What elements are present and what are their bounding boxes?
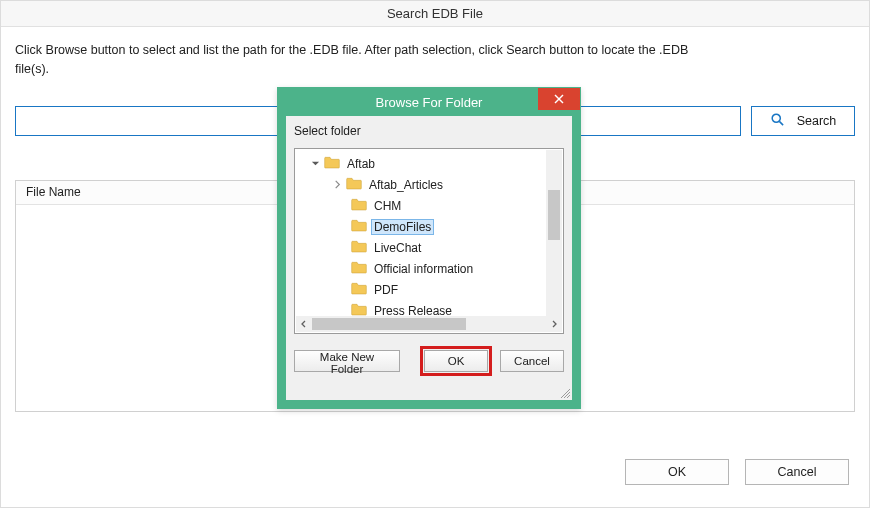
search-icon — [770, 112, 785, 130]
scroll-right-icon[interactable] — [546, 316, 562, 332]
scroll-thumb[interactable] — [548, 190, 560, 240]
ok-button-highlight: OK — [420, 346, 492, 376]
expander-closed-icon[interactable] — [333, 180, 342, 189]
tree-item-label: CHM — [371, 198, 404, 214]
close-button[interactable] — [538, 88, 580, 110]
search-button-label: Search — [797, 114, 837, 128]
tree-item-label: DemoFiles — [371, 219, 434, 235]
browse-folder-dialog: Browse For Folder Select folder — [277, 87, 581, 409]
tree-scrollbar-vertical[interactable] — [546, 150, 562, 316]
resize-grip-icon[interactable] — [558, 386, 570, 398]
scroll-left-icon[interactable] — [296, 316, 312, 332]
dialog-title-bar: Browse For Folder — [278, 88, 580, 116]
tree-item[interactable]: LiveChat — [295, 237, 563, 258]
tree-item-label: Aftab_Articles — [366, 177, 446, 193]
expander-open-icon[interactable] — [311, 159, 320, 168]
dialog-ok-button[interactable]: OK — [424, 350, 488, 372]
svg-point-0 — [772, 114, 780, 122]
svg-line-1 — [779, 121, 783, 125]
tree-item[interactable]: Official information — [295, 258, 563, 279]
ok-button[interactable]: OK — [625, 459, 729, 485]
folder-icon — [351, 281, 367, 298]
folder-icon — [324, 155, 340, 172]
close-icon — [554, 92, 564, 107]
make-new-folder-button[interactable]: Make New Folder — [294, 350, 400, 372]
tree-item[interactable]: DemoFiles — [295, 216, 563, 237]
folder-icon — [346, 176, 362, 193]
folder-icon — [351, 218, 367, 235]
tree-item[interactable]: Aftab_Articles — [295, 174, 563, 195]
tree-root-label: Aftab — [344, 156, 378, 172]
tree-item[interactable]: PDF — [295, 279, 563, 300]
folder-icon — [351, 260, 367, 277]
folder-icon — [351, 197, 367, 214]
instruction-text: Click Browse button to select and list t… — [15, 41, 715, 80]
window-title: Search EDB File — [1, 1, 869, 27]
select-folder-label: Select folder — [294, 124, 564, 138]
tree-item-label: Official information — [371, 261, 476, 277]
cancel-button[interactable]: Cancel — [745, 459, 849, 485]
tree-scrollbar-horizontal[interactable] — [296, 316, 562, 332]
folder-icon — [351, 239, 367, 256]
folder-tree[interactable]: Aftab Aftab_ArticlesCHMDemoFilesLiveChat… — [294, 148, 564, 334]
tree-item-label: PDF — [371, 282, 401, 298]
tree-item-label: LiveChat — [371, 240, 424, 256]
search-button[interactable]: Search — [751, 106, 855, 136]
tree-item[interactable]: CHM — [295, 195, 563, 216]
dialog-title: Browse For Folder — [376, 95, 483, 110]
scroll-thumb[interactable] — [312, 318, 466, 330]
tree-root[interactable]: Aftab — [295, 153, 563, 174]
dialog-cancel-button[interactable]: Cancel — [500, 350, 564, 372]
